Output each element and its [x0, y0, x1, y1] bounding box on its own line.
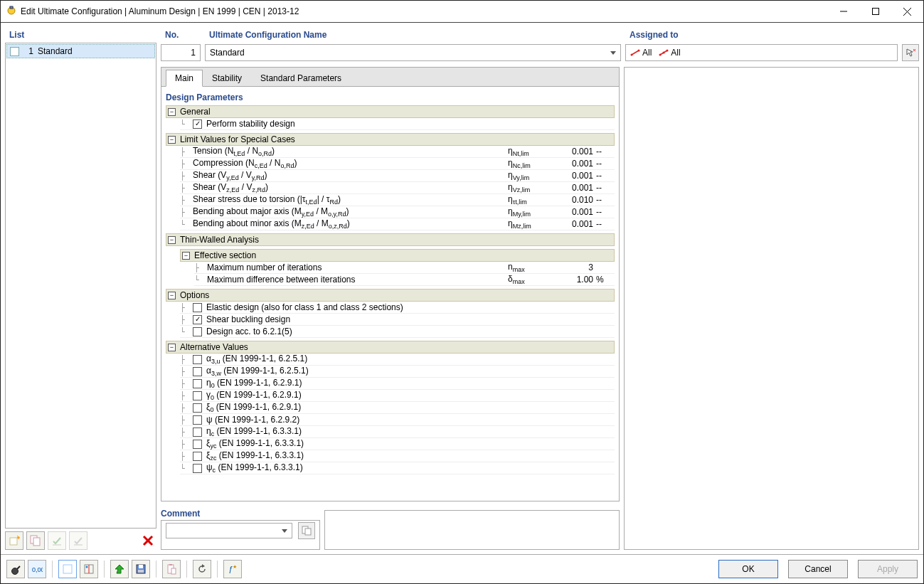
- param-symbol: δmax: [508, 274, 551, 285]
- param-label: Maximum difference between iterations: [207, 275, 508, 285]
- svg-rect-1: [10, 6, 13, 9]
- cancel-button[interactable]: Cancel: [788, 560, 848, 578]
- group-thin-walled[interactable]: − Thin-Walled Analysis: [166, 233, 615, 246]
- svg-text:0,00: 0,00: [32, 566, 43, 573]
- param-label: Maximum number of iterations: [207, 262, 508, 272]
- param-label: Tension (Nt,Ed / No,Rd): [193, 146, 508, 157]
- option-checkbox[interactable]: [193, 303, 202, 312]
- alt-label: α3,u (EN 1999-1-1, 6.2.5.1): [206, 354, 508, 365]
- param-value[interactable]: 0.001: [551, 219, 596, 229]
- param-value[interactable]: 0.001: [551, 159, 596, 169]
- group-limit-values[interactable]: − Limit Values for Special Cases: [166, 133, 615, 146]
- param-unit: --: [596, 219, 615, 229]
- new-config-button[interactable]: [5, 531, 23, 550]
- exclude-button[interactable]: [69, 531, 87, 550]
- tab-stability[interactable]: Stability: [203, 70, 251, 87]
- save-button[interactable]: [132, 560, 150, 578]
- svg-rect-30: [63, 565, 72, 573]
- clipboard-button[interactable]: [162, 560, 181, 578]
- param-symbol: ηNt,lim: [508, 146, 551, 157]
- option-checkbox[interactable]: ✓: [193, 315, 202, 324]
- delete-config-button[interactable]: [139, 532, 156, 549]
- alt-checkbox[interactable]: [193, 415, 202, 425]
- titlebar: Edit Ultimate Configuration | Aluminum D…: [1, 1, 923, 23]
- list-item-glyph-icon: [10, 47, 19, 56]
- param-value[interactable]: 0.001: [551, 183, 596, 193]
- collapse-icon[interactable]: −: [168, 292, 176, 299]
- list-item-label: Standard: [38, 46, 73, 56]
- param-unit: %: [596, 275, 615, 285]
- svg-point-33: [86, 566, 88, 568]
- alt-row: ├α3,u (EN 1999-1-1, 6.2.5.1): [180, 354, 615, 366]
- select-objects-button[interactable]: [902, 44, 919, 61]
- close-button[interactable]: [891, 1, 923, 22]
- assigned-title: Assigned to: [625, 27, 919, 43]
- alt-checkbox[interactable]: [193, 391, 202, 400]
- option-checkbox[interactable]: [193, 327, 202, 336]
- list-toolbar: [5, 531, 156, 550]
- maximize-button[interactable]: [859, 1, 891, 22]
- param-unit: --: [596, 147, 615, 156]
- group-options[interactable]: − Options: [166, 289, 615, 302]
- view-mode-2-button[interactable]: [80, 560, 98, 578]
- comment-library-button[interactable]: [298, 522, 315, 539]
- assigned-to-field[interactable]: All All: [625, 44, 898, 61]
- group-alternative-values[interactable]: − Alternative Values: [166, 341, 615, 354]
- param-value[interactable]: 0.001: [551, 207, 596, 217]
- list-item[interactable]: 1 Standard: [6, 44, 155, 58]
- ok-button[interactable]: OK: [718, 560, 778, 578]
- units-button[interactable]: 0,00: [28, 560, 46, 578]
- svg-line-4: [903, 8, 911, 16]
- param-label: Shear stress due to torsion (|τt,Ed| / τ…: [193, 194, 508, 206]
- checkbox-perform-stability[interactable]: ✓: [193, 120, 202, 129]
- copy-config-button[interactable]: [26, 531, 45, 550]
- alt-checkbox[interactable]: [193, 464, 202, 473]
- collapse-icon[interactable]: −: [168, 108, 176, 116]
- param-label: Bending about minor axis (Mz,Ed / Mo,z,R…: [193, 218, 508, 230]
- list-item-number: 1: [23, 46, 33, 56]
- view-mode-1-button[interactable]: [58, 560, 77, 578]
- alt-checkbox[interactable]: [193, 367, 202, 376]
- svg-rect-35: [139, 565, 143, 568]
- comment-title: Comment: [161, 509, 320, 519]
- comment-combobox[interactable]: [166, 523, 292, 538]
- number-field[interactable]: 1: [161, 44, 201, 61]
- config-list[interactable]: 1 Standard: [5, 43, 156, 529]
- param-value[interactable]: 3: [551, 262, 596, 272]
- collapse-icon[interactable]: −: [168, 236, 176, 244]
- alt-checkbox[interactable]: [193, 403, 202, 413]
- group-effective-section[interactable]: − Effective section: [180, 249, 615, 262]
- tab-main[interactable]: Main: [166, 70, 203, 87]
- member-icon: [630, 49, 640, 56]
- group-general[interactable]: − General: [166, 105, 615, 118]
- param-value[interactable]: 0.001: [551, 147, 596, 156]
- alt-checkbox[interactable]: [193, 452, 202, 461]
- name-combobox[interactable]: Standard: [205, 44, 621, 61]
- svg-marker-7: [17, 535, 20, 538]
- param-label: Compression (Nc,Ed / No,Rd): [193, 158, 508, 169]
- svg-rect-3: [872, 9, 878, 15]
- reset-button[interactable]: [193, 560, 211, 578]
- collapse-icon[interactable]: −: [168, 344, 176, 351]
- svg-rect-34: [137, 565, 145, 573]
- param-value[interactable]: 0.001: [551, 171, 596, 181]
- help-button[interactable]: [6, 560, 25, 578]
- collapse-icon[interactable]: −: [182, 252, 190, 260]
- param-value[interactable]: 1.00: [551, 275, 596, 285]
- minimize-button[interactable]: [827, 1, 859, 22]
- alt-checkbox[interactable]: [193, 379, 202, 388]
- collapse-icon[interactable]: −: [168, 136, 176, 144]
- load-button[interactable]: [110, 560, 129, 578]
- svg-text:★: ★: [233, 564, 237, 569]
- param-value[interactable]: 0.010: [551, 195, 596, 205]
- alt-checkbox[interactable]: [193, 355, 202, 364]
- alt-checkbox[interactable]: [193, 428, 202, 437]
- alt-checkbox[interactable]: [193, 440, 202, 449]
- include-button[interactable]: [48, 531, 66, 550]
- alt-row: ├ξyc (EN 1999-1-1, 6.3.3.1): [180, 438, 615, 450]
- script-button[interactable]: ƒ★: [223, 560, 242, 578]
- tab-standard-parameters[interactable]: Standard Parameters: [251, 70, 351, 87]
- svg-line-14: [144, 536, 152, 545]
- param-unit: --: [596, 171, 615, 181]
- param-unit: --: [596, 195, 615, 205]
